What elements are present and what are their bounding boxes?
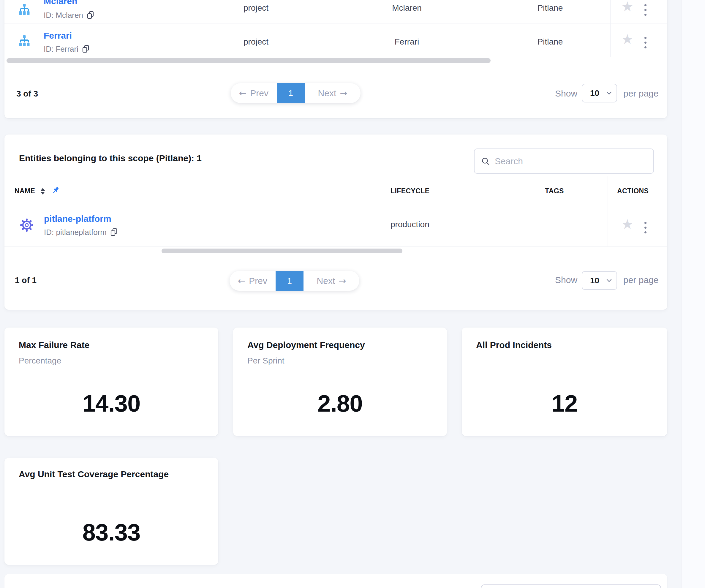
- cell-owner: Ferrari: [324, 37, 490, 46]
- chevron-down-icon: [606, 91, 612, 95]
- metric-subtitle: Per Sprint: [247, 356, 284, 366]
- show-label: Show: [555, 89, 577, 99]
- column-header-tags: TAGS: [545, 187, 564, 195]
- entity-id: ID: Ferrari: [44, 45, 90, 53]
- column-header-lifecycle: LIFECYCLE: [390, 187, 429, 195]
- next-button[interactable]: Next →: [303, 271, 359, 291]
- per-page-label: per page: [623, 275, 658, 285]
- prev-button[interactable]: ← Prev: [231, 83, 277, 103]
- blueprint-icon: [18, 35, 31, 49]
- metric-card: Avg Unit Test Coverage Percentage 83.33: [4, 458, 218, 565]
- metric-title: All Prod Incidents: [476, 340, 552, 351]
- metric-title: Avg Unit Test Coverage Percentage: [19, 468, 169, 480]
- chevron-down-icon: [606, 279, 612, 282]
- arrow-left-icon: ←: [239, 88, 246, 98]
- page-size-select[interactable]: 10: [582, 84, 617, 102]
- cell-lifecycle: production: [390, 220, 429, 229]
- metric-title: Max Failure Rate: [19, 340, 89, 351]
- sort-icon[interactable]: [41, 188, 45, 194]
- pin-icon[interactable]: [51, 186, 60, 196]
- header-divider: [4, 201, 667, 202]
- search-input[interactable]: [495, 156, 647, 166]
- horizontal-scrollbar[interactable]: [6, 58, 490, 63]
- show-label: Show: [555, 275, 577, 285]
- scopes-table-card: Mclaren ID: Mclaren project Mclaren Pitl…: [4, 0, 667, 118]
- metric-subtitle: Percentage: [19, 356, 61, 366]
- metric-value: 14.30: [82, 390, 140, 417]
- column-divider: [608, 176, 608, 246]
- row-divider: [4, 57, 667, 57]
- copy-icon[interactable]: [87, 11, 94, 19]
- section-title: Entities belonging to this scope (Pitlan…: [19, 153, 202, 164]
- metric-card: Max Failure Rate Percentage 14.30: [4, 327, 218, 436]
- cell-scope: Pitlane: [490, 37, 610, 46]
- favorite-star-icon[interactable]: ★: [621, 33, 633, 46]
- kebab-menu-icon[interactable]: [645, 222, 647, 233]
- right-gutter: [681, 0, 705, 588]
- pagination-summary: 3 of 3: [16, 89, 38, 99]
- metric-title: Avg Deployment Frequency: [247, 340, 365, 351]
- search-icon: [481, 157, 490, 166]
- metric-card: Avg Deployment Frequency Per Sprint 2.80: [233, 327, 447, 436]
- entity-link[interactable]: Ferrari: [44, 30, 72, 41]
- column-divider: [226, 176, 226, 246]
- pagination: ← Prev 1 Next →: [230, 271, 359, 291]
- cell-kind: project: [243, 37, 269, 46]
- arrow-left-icon: ←: [238, 276, 245, 286]
- metric-value: 83.33: [82, 519, 140, 546]
- pagination-summary: 1 of 1: [15, 275, 37, 285]
- metric-card: All Prod Incidents 12: [462, 327, 667, 436]
- row-divider: [4, 23, 667, 24]
- copy-icon[interactable]: [82, 45, 90, 53]
- favorite-star-icon[interactable]: ★: [621, 0, 633, 13]
- column-divider: [226, 0, 226, 57]
- cell-kind: project: [243, 4, 269, 12]
- bottom-card: [4, 574, 667, 588]
- kebab-menu-icon[interactable]: [645, 4, 647, 16]
- kebab-menu-icon[interactable]: [645, 37, 647, 48]
- page-1-button[interactable]: 1: [277, 83, 305, 103]
- entity-link[interactable]: Mclaren: [44, 0, 77, 6]
- entity-link[interactable]: pitlane-platform: [44, 214, 111, 224]
- entities-card: Entities belonging to this scope (Pitlan…: [4, 135, 667, 310]
- cell-scope: Pitlane: [490, 4, 610, 12]
- page-size-select[interactable]: 10: [582, 271, 617, 290]
- pagination: ← Prev 1 Next →: [231, 83, 361, 103]
- gear-icon: [20, 218, 34, 233]
- column-header-name: NAME: [14, 187, 35, 195]
- bottom-input-box[interactable]: [481, 584, 661, 588]
- arrow-right-icon: →: [340, 88, 347, 98]
- page-1-button[interactable]: 1: [276, 271, 303, 291]
- prev-button[interactable]: ← Prev: [230, 271, 276, 291]
- horizontal-scrollbar[interactable]: [161, 248, 403, 253]
- column-header-actions: ACTIONS: [617, 187, 649, 195]
- blueprint-icon: [18, 4, 31, 17]
- entity-id: ID: Mclaren: [44, 11, 94, 19]
- metric-value: 2.80: [318, 390, 363, 417]
- next-button[interactable]: Next →: [305, 83, 361, 103]
- row-divider: [4, 246, 667, 247]
- entity-id: ID: pitlaneplatform: [44, 228, 118, 237]
- arrow-right-icon: →: [338, 276, 346, 286]
- favorite-star-icon[interactable]: ★: [621, 218, 633, 231]
- per-page-label: per page: [623, 89, 658, 99]
- copy-icon[interactable]: [110, 228, 118, 236]
- search-box: [474, 148, 654, 174]
- metric-value: 12: [552, 390, 578, 417]
- cell-owner: Mclaren: [324, 4, 490, 12]
- column-divider: [610, 0, 611, 57]
